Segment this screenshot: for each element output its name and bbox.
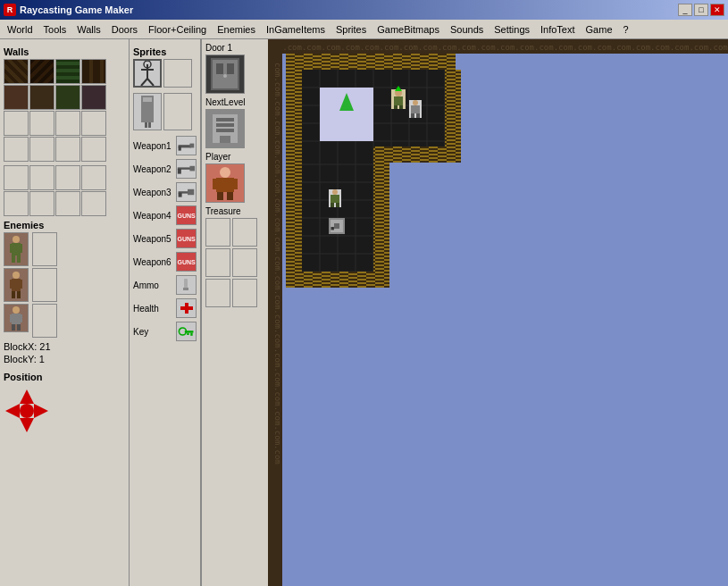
menu-doors[interactable]: Doors — [106, 20, 143, 38]
menu-world[interactable]: World — [2, 20, 38, 38]
door1-icon[interactable] — [205, 54, 245, 94]
key-row: Key — [133, 322, 197, 341]
svg-rect-31 — [190, 166, 196, 172]
weapon2-icon[interactable] — [176, 159, 197, 179]
svg-rect-58 — [217, 192, 223, 200]
menu-sprites[interactable]: Sprites — [331, 20, 372, 38]
svg-rect-2 — [10, 244, 13, 253]
enemy-sprite-empty-2[interactable] — [32, 268, 57, 302]
position-arrow — [4, 388, 50, 434]
sprite-cell-person[interactable] — [133, 59, 162, 88]
wall-cell[interactable] — [29, 111, 54, 136]
svg-rect-112 — [411, 105, 420, 113]
menu-ingameitems[interactable]: InGameItems — [261, 20, 331, 38]
svg-text:■: ■ — [331, 225, 334, 231]
enemy-sprite-1[interactable] — [4, 232, 29, 266]
health-icon[interactable] — [176, 298, 197, 318]
weapon6-icon[interactable]: GUNS — [176, 252, 197, 272]
treasure-label: Treasure — [205, 206, 264, 216]
middle-panel: Sprites — [130, 39, 201, 586]
wall-cell[interactable] — [29, 85, 54, 110]
door-section: Door 1 — [205, 43, 264, 94]
svg-rect-42 — [190, 333, 192, 336]
health-row: Health — [133, 298, 197, 318]
arrow-down — [20, 418, 34, 432]
menu-enemies[interactable]: Enemies — [212, 20, 261, 38]
svg-rect-34 — [188, 189, 194, 195]
app-title: Raycasting Game Maker — [20, 4, 133, 15]
menu-sounds[interactable]: Sounds — [445, 20, 489, 38]
wall-cell[interactable] — [55, 111, 80, 136]
wall-cell[interactable] — [81, 111, 106, 136]
wall-cell[interactable] — [29, 165, 54, 190]
key-icon[interactable] — [176, 322, 197, 341]
main-area: Walls — [0, 39, 728, 586]
player-icon[interactable] — [205, 163, 245, 203]
ammo-icon[interactable] — [176, 275, 197, 295]
weapon3-icon[interactable] — [176, 182, 197, 202]
weapon1-icon[interactable] — [176, 136, 197, 155]
wall-cell[interactable] — [81, 191, 106, 216]
sprite-cell-3[interactable] — [133, 93, 162, 130]
player-section: Player — [205, 152, 264, 203]
walls-label: Walls — [4, 46, 125, 57]
nextlevel-icon[interactable] — [205, 109, 245, 148]
weapon6-row: Weapon6 GUNS — [133, 252, 197, 272]
wall-cell[interactable] — [4, 137, 29, 162]
maximize-button[interactable]: □ — [694, 4, 708, 16]
wall-cell[interactable] — [29, 137, 54, 162]
svg-rect-25 — [145, 122, 147, 128]
wall-cell[interactable] — [55, 191, 80, 216]
wall-cell[interactable] — [4, 165, 29, 190]
wall-cell[interactable] — [4, 111, 29, 136]
key-label: Key — [133, 327, 172, 337]
ammo-label: Ammo — [133, 280, 172, 290]
menu-game[interactable]: Game — [581, 20, 618, 38]
treasure-cell-1[interactable] — [205, 218, 230, 247]
wall-cell[interactable] — [81, 85, 106, 110]
svg-rect-26 — [148, 122, 151, 128]
weapon5-icon[interactable]: GUNS — [176, 229, 197, 248]
door1-label: Door 1 — [205, 43, 264, 53]
position-label: Position — [4, 372, 42, 382]
enemy-sprite-3[interactable] — [4, 304, 29, 332]
menu-gamebitmaps[interactable]: GameBitmaps — [372, 20, 445, 38]
sprite-cell-4[interactable] — [163, 93, 192, 130]
weapon4-icon[interactable]: GUNS — [176, 205, 197, 225]
wall-cell[interactable] — [29, 191, 54, 216]
wall-cell[interactable] — [81, 59, 106, 84]
menu-settings[interactable]: Settings — [489, 20, 535, 38]
svg-rect-108 — [399, 105, 403, 109]
wall-cell[interactable] — [29, 59, 54, 84]
menu-infotext[interactable]: InfoText — [535, 20, 581, 38]
enemy-sprite-2[interactable] — [4, 268, 29, 302]
wall-cell[interactable] — [4, 85, 29, 110]
right-extras-panel: Door 1 NextLevel — [201, 39, 268, 586]
treasure-cell-3[interactable] — [205, 248, 230, 277]
wall-cell[interactable] — [55, 85, 80, 110]
wall-cell[interactable] — [55, 165, 80, 190]
wall-cell[interactable] — [55, 59, 80, 84]
menu-tools[interactable]: Tools — [38, 20, 72, 38]
enemy-sprite-empty-1[interactable] — [32, 232, 57, 266]
minimize-button[interactable]: _ — [678, 4, 692, 16]
window-controls: _ □ ✕ — [678, 4, 724, 16]
sprite-cell-empty[interactable] — [163, 59, 192, 88]
svg-rect-56 — [213, 179, 218, 189]
enemy-sprite-empty-3[interactable] — [32, 304, 57, 338]
treasure-cell-2[interactable] — [232, 218, 257, 247]
wall-cell[interactable] — [81, 137, 106, 162]
menu-walls[interactable]: Walls — [71, 20, 105, 38]
wall-cell[interactable] — [4, 191, 29, 216]
treasure-cell-6[interactable] — [232, 279, 257, 307]
wall-cell[interactable] — [81, 165, 106, 190]
menu-floor-ceiling[interactable]: Floor+Ceiling — [143, 20, 212, 38]
svg-line-21 — [147, 79, 154, 86]
treasure-cell-5[interactable] — [205, 279, 230, 307]
wall-cell[interactable] — [4, 59, 29, 84]
treasure-cell-4[interactable] — [232, 248, 257, 277]
wall-cell[interactable] — [55, 137, 80, 162]
close-button[interactable]: ✕ — [710, 4, 724, 16]
map-area[interactable]: com.com.com.com.com.com.com.com.com.com.… — [268, 39, 728, 586]
menu-help[interactable]: ? — [618, 20, 634, 38]
